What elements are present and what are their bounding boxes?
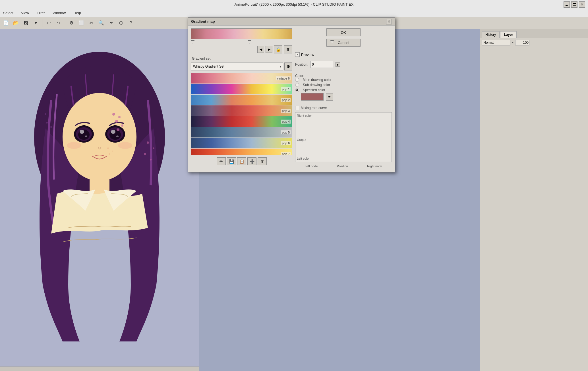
titlebar: AnimePortrait* (2600 x 2600px 300dpi 53.… (0, 0, 588, 9)
preview-checkbox[interactable]: ✓ (295, 52, 300, 57)
gradient-item-name: vintage 6 (276, 76, 291, 80)
gradient-add-button[interactable]: ➕ (247, 157, 256, 165)
minimize-button[interactable]: 🗕 (564, 1, 570, 8)
mixing-rate-checkbox[interactable] (295, 106, 299, 110)
tab-layer[interactable]: Layer (500, 31, 517, 38)
gradient-list[interactable]: vintage 6pop 1pop 2pop 3pop 4pop 5pop 6p… (191, 73, 292, 155)
svg-point-28 (121, 124, 123, 127)
canvas-scrollbar[interactable] (0, 366, 199, 371)
nav-prev-button[interactable]: ◀ (257, 46, 264, 53)
dialog-left-section: ◀ ▶ 🔒 🗑 Gradient set Whispy Gradient Set… (191, 28, 292, 169)
gradient-swatch (191, 84, 292, 94)
main-color-radio[interactable] (295, 78, 299, 82)
svg-point-23 (144, 153, 146, 155)
gradient-swatch (191, 105, 292, 116)
eyedropper-button[interactable]: ✒ (326, 93, 333, 101)
gradient-set-select[interactable]: Whispy Gradient Set ▾ (191, 62, 283, 70)
ok-button[interactable]: OK (326, 28, 361, 36)
menu-select[interactable]: Select (1, 10, 15, 16)
menu-view[interactable]: View (19, 10, 31, 16)
nav-folder-button[interactable]: 🔒 (274, 45, 282, 53)
svg-point-25 (112, 113, 115, 116)
dialog-close-button[interactable]: ✕ (386, 19, 392, 24)
help-button[interactable]: ? (127, 18, 136, 28)
menu-help[interactable]: Help (72, 10, 83, 16)
svg-point-26 (118, 116, 121, 118)
gradient-list-item[interactable]: pop 6 (191, 138, 292, 149)
close-button[interactable]: ✕ (579, 1, 585, 8)
gradient-item-name: pop 3 (281, 109, 291, 113)
tab-history[interactable]: History (482, 31, 500, 38)
gradient-list-item[interactable]: pop 7 (191, 149, 292, 155)
position-input[interactable] (310, 61, 333, 68)
gradient-stops (191, 40, 292, 44)
svg-point-2 (63, 93, 136, 181)
toolbar-separator-2 (65, 19, 65, 27)
blend-mode-select[interactable]: Normal (482, 40, 510, 45)
redo-button[interactable]: ↪ (54, 18, 63, 28)
dialog-title-text: Gradient map (191, 19, 215, 24)
canvas-illustration (0, 29, 199, 371)
gradient-stop-1[interactable] (248, 40, 251, 44)
dialog-titlebar: Gradient map ✕ (188, 18, 395, 26)
gradient-list-item[interactable]: vintage 6 (191, 73, 292, 84)
right-node-label: Right node (367, 164, 382, 168)
view-dropdown-button[interactable]: ▾ (31, 18, 40, 28)
open-file-button[interactable]: 📂 (11, 18, 20, 28)
svg-point-19 (50, 126, 52, 128)
gradient-stop-0[interactable] (191, 40, 194, 44)
shape-button[interactable]: ⬡ (117, 18, 126, 28)
color-swatch[interactable] (301, 93, 324, 101)
gradient-list-item[interactable]: pop 2 (191, 95, 292, 105)
gradient-list-item[interactable]: pop 1 (191, 84, 292, 95)
canvas-button[interactable]: 🖼 (21, 18, 30, 28)
main-color-row: Main drawing color (295, 78, 392, 82)
svg-point-18 (46, 122, 48, 124)
zoom-button[interactable]: 🔍 (97, 18, 106, 28)
gradient-set-label: Gradient set (191, 56, 292, 61)
sub-color-label: Sub drawing color (303, 83, 330, 87)
nav-delete-button[interactable]: 🗑 (284, 45, 292, 53)
new-file-button[interactable]: 📄 (1, 18, 11, 28)
gradient-save-button[interactable]: 💾 (227, 157, 236, 165)
gradient-bar[interactable] (191, 28, 292, 39)
gradient-list-item[interactable]: pop 5 (191, 127, 292, 138)
gradient-map-dialog: Gradient map ✕ ◀ ▶ 🔒 🗑 Gradi (188, 17, 395, 172)
svg-point-12 (116, 136, 119, 137)
svg-point-17 (49, 118, 51, 119)
transform-button[interactable]: ✂ (87, 18, 96, 28)
gradient-set-gear-button[interactable]: ⚙ (284, 62, 292, 70)
preview-checkbox-row: ✓ Preview (295, 52, 392, 57)
gradient-list-item[interactable]: pop 3 (191, 105, 292, 116)
gradient-trash-button[interactable]: 🗑 (258, 157, 267, 165)
pen-button[interactable]: ✒ (107, 18, 116, 28)
gradient-edit-button[interactable]: ✏ (217, 157, 226, 165)
menu-window[interactable]: Window (51, 10, 67, 16)
color-section: Color: Main drawing color Sub drawing co… (295, 74, 392, 102)
canvas-content (0, 29, 199, 371)
preview-label: Preview (301, 53, 314, 57)
settings-button[interactable]: ⚙ (67, 18, 76, 28)
sub-color-radio[interactable] (295, 83, 299, 87)
specified-color-radio[interactable] (295, 88, 299, 92)
gradient-list-item[interactable]: pop 4 (191, 116, 292, 127)
gradient-preview-area (191, 28, 292, 43)
svg-point-14 (118, 142, 132, 149)
gradient-copy-button[interactable]: 📋 (237, 157, 246, 165)
position-node-label: Position (337, 164, 348, 168)
undo-button[interactable]: ↩ (44, 18, 53, 28)
svg-point-22 (153, 147, 154, 149)
selection-button[interactable]: ⬜ (77, 18, 86, 28)
gradient-swatch (191, 138, 292, 148)
curve-graph[interactable]: Right color Output Left color (295, 112, 392, 162)
blend-mode-arrow: ▾ (512, 41, 514, 44)
maximize-button[interactable]: 🗖 (571, 1, 577, 8)
menu-filter[interactable]: Filter (35, 10, 47, 16)
opacity-input[interactable]: 100 (515, 40, 529, 45)
position-arrow-button[interactable]: ▶ (336, 62, 340, 67)
gradient-set-row: Whispy Gradient Set ▾ ⚙ (191, 62, 292, 70)
svg-point-21 (147, 141, 149, 144)
output-label: Output (297, 138, 306, 141)
nav-next-button[interactable]: ▶ (266, 46, 272, 53)
left-color-label: Left color (297, 157, 310, 160)
